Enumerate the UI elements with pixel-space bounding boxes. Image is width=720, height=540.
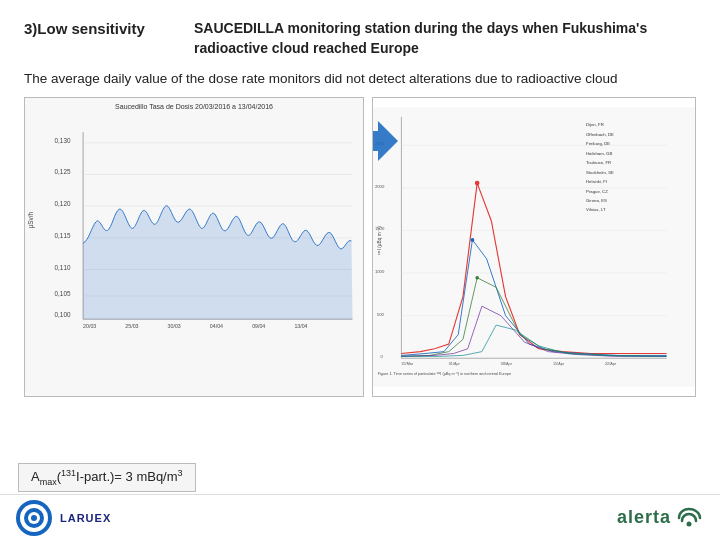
svg-text:Toulouse, FR: Toulouse, FR	[586, 160, 611, 165]
section-name: Low sensitivity	[37, 20, 145, 37]
svg-text:25/Mar: 25/Mar	[401, 362, 413, 366]
svg-text:1500: 1500	[375, 226, 385, 231]
svg-text:15/Apr: 15/Apr	[553, 362, 565, 366]
laruex-emblem-icon	[23, 507, 45, 529]
svg-text:Stockholm, SE: Stockholm, SE	[586, 169, 614, 174]
charts-area: Saucedillo Tasa de Dosis 20/03/2016 a 13…	[24, 97, 696, 397]
svg-text:Hailsham, GB: Hailsham, GB	[586, 151, 612, 156]
subtitle: The average daily value of the dose rate…	[24, 69, 696, 89]
laruex-logo: LARUEX	[16, 500, 111, 536]
svg-text:500: 500	[377, 311, 385, 316]
svg-text:Dijon, FR: Dijon, FR	[586, 122, 604, 127]
svg-text:1000: 1000	[375, 269, 385, 274]
svg-text:μSv/h: μSv/h	[27, 211, 35, 228]
section-title: 3)Low sensitivity	[24, 18, 194, 37]
svg-point-40	[476, 276, 479, 279]
alerta-swirl-icon	[674, 506, 704, 530]
svg-text:Offenbach, DE: Offenbach, DE	[586, 132, 614, 137]
svg-text:Freiburg, DE: Freiburg, DE	[586, 141, 610, 146]
svg-text:0,125: 0,125	[55, 168, 71, 175]
svg-text:Girona, ES: Girona, ES	[586, 198, 607, 203]
page: 3)Low sensitivity SAUCEDILLA monitoring …	[0, 0, 720, 540]
svg-text:09/04: 09/04	[252, 322, 265, 328]
amax-subscript: max	[40, 477, 57, 487]
alerta-icon	[674, 506, 704, 530]
description-text: SAUCEDILLA monitoring station during the…	[194, 20, 647, 56]
alerta-logo: alerta	[617, 506, 704, 530]
svg-text:25/03: 25/03	[125, 322, 138, 328]
svg-text:0,105: 0,105	[55, 290, 71, 297]
amax-superscript: 131	[61, 468, 76, 478]
amax-label: Amax(131I-part.)= 3 mBq/m3	[31, 469, 183, 484]
svg-text:08/Apr: 08/Apr	[501, 362, 513, 366]
left-chart-title: Saucedillo Tasa de Dosis 20/03/2016 a 13…	[115, 103, 273, 110]
svg-text:20/03: 20/03	[83, 322, 96, 328]
amax-unit-sup: 3	[178, 468, 183, 478]
right-chart-inner: ¹³¹I (μBq m⁻³) 0 500 1000 1500 2000 2500	[373, 98, 695, 396]
svg-point-61	[687, 521, 692, 526]
svg-text:2000: 2000	[375, 184, 385, 189]
amax-box: Amax(131I-part.)= 3 mBq/m3	[18, 463, 196, 492]
svg-text:Figure 1. Time series of parti: Figure 1. Time series of particulate ¹³¹…	[378, 372, 511, 376]
blue-arrow-icon	[372, 116, 403, 166]
laruex-circle-inner	[20, 504, 48, 532]
header-row: 3)Low sensitivity SAUCEDILLA monitoring …	[24, 18, 696, 59]
left-chart: Saucedillo Tasa de Dosis 20/03/2016 a 13…	[24, 97, 364, 397]
svg-text:Prague, CZ: Prague, CZ	[586, 188, 608, 193]
right-chart: ¹³¹I (μBq m⁻³) 0 500 1000 1500 2000 2500	[372, 97, 696, 397]
svg-point-60	[31, 515, 37, 521]
svg-text:0,130: 0,130	[55, 137, 71, 144]
svg-point-39	[471, 238, 475, 242]
svg-text:0,115: 0,115	[55, 232, 71, 239]
svg-text:0,110: 0,110	[55, 263, 71, 270]
alerta-text: alerta	[617, 507, 671, 528]
svg-text:13/04: 13/04	[294, 322, 307, 328]
section-number: 3)	[24, 20, 37, 37]
svg-text:Helsinki, FI: Helsinki, FI	[586, 179, 607, 184]
footer: LARUEX alerta	[0, 494, 720, 540]
svg-text:0,120: 0,120	[55, 200, 71, 207]
svg-text:04/04: 04/04	[210, 322, 223, 328]
svg-text:01/Apr: 01/Apr	[449, 362, 461, 366]
right-chart-svg: ¹³¹I (μBq m⁻³) 0 500 1000 1500 2000 2500	[373, 98, 695, 396]
description: SAUCEDILLA monitoring station during the…	[194, 18, 696, 59]
laruex-text: LARUEX	[60, 512, 111, 524]
left-chart-svg: 0,130 0,125 0,120 0,115 0,110 0,105 0,10…	[25, 112, 363, 332]
svg-text:22/Apr: 22/Apr	[605, 362, 617, 366]
svg-text:Vilnius, LT: Vilnius, LT	[586, 207, 606, 212]
svg-text:30/03: 30/03	[168, 322, 181, 328]
svg-text:0,100: 0,100	[55, 311, 71, 318]
svg-marker-57	[372, 121, 398, 161]
svg-point-38	[475, 181, 480, 186]
laruex-circle	[16, 500, 52, 536]
